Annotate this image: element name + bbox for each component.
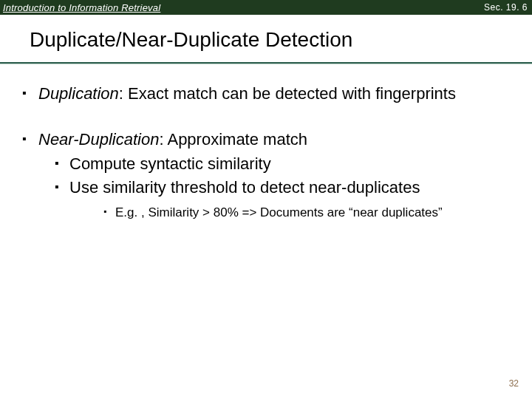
list-item: Compute syntactic similarity (38, 154, 510, 174)
bullet-text: : Exact match can be detected with finge… (119, 84, 456, 103)
bullet-lead: Near-Duplication (38, 130, 159, 149)
section-label: Sec. 19. 6 (484, 2, 528, 13)
title-area: Duplicate/Near-Duplicate Detection (0, 15, 532, 52)
page-number: 32 (509, 378, 519, 389)
slide-body: Duplication: Exact match can be detected… (0, 64, 532, 220)
course-title: Introduction to Information Retrieval (3, 2, 160, 13)
subsub-bullet-list: E.g. , Similarity > 80% => Documents are… (69, 205, 510, 220)
sub-bullet-list: Compute syntactic similarity Use similar… (38, 154, 510, 220)
list-item: Use similarity threshold to detect near-… (38, 177, 510, 221)
bullet-lead: Duplication (38, 84, 119, 103)
list-item: Near-Duplication: Approximate match Comp… (22, 129, 510, 221)
bullet-list: Duplication: Exact match can be detected… (22, 83, 510, 220)
slide: Introduction to Information Retrieval Se… (0, 0, 532, 399)
bullet-text: : Approximate match (159, 130, 307, 149)
list-item: E.g. , Similarity > 80% => Documents are… (69, 205, 510, 220)
subsub-bullet-text: E.g. , Similarity > 80% => Documents are… (115, 205, 443, 219)
sub-bullet-text: Use similarity threshold to detect near-… (69, 178, 420, 197)
slide-title: Duplicate/Near-Duplicate Detection (30, 28, 532, 52)
sub-bullet-text: Compute syntactic similarity (69, 154, 271, 173)
top-bar: Introduction to Information Retrieval Se… (0, 0, 532, 15)
list-item: Duplication: Exact match can be detected… (22, 83, 510, 104)
